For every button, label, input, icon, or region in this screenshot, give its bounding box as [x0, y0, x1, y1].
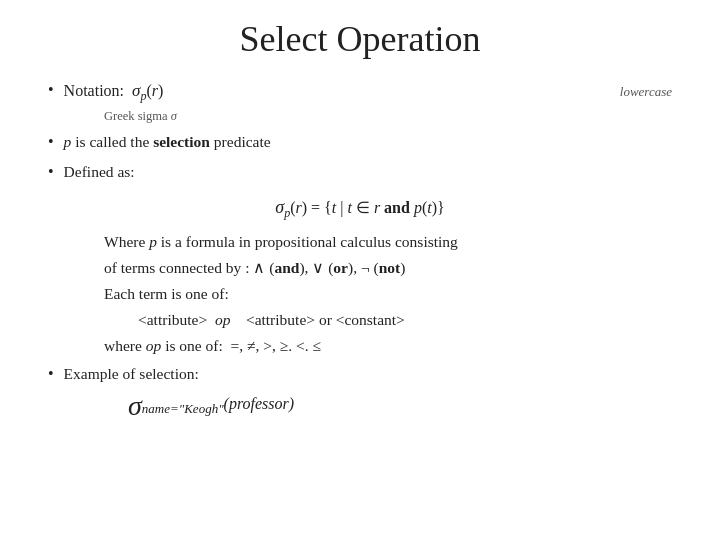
example-formula-row: σname="Keogh"(professor) [128, 392, 672, 420]
defined-as-text: Defined as: [64, 160, 135, 184]
formula-arg: (r) [290, 199, 307, 216]
where-op-line: where op is one of: =, ≠, >, ≥. <. ≤ [104, 334, 672, 358]
formula-line: σp(r) = {t | t ∈ r and p(t)} [48, 193, 672, 223]
p-italic: p [64, 133, 72, 150]
notation-arg: (r) [146, 82, 163, 99]
bullet-1: • [48, 78, 54, 102]
slide-title: Select Operation [48, 18, 672, 60]
example-sigma-arg: (professor) [224, 395, 295, 412]
notation-content: Notation: σp(r) [64, 78, 672, 105]
notation-row: • Notation: σp(r) [48, 78, 672, 105]
where-line-2: of terms connected by : ∧ (and), ∨ (or),… [104, 256, 672, 280]
bullet-3: • [48, 160, 54, 184]
selection-predicate-row: • p is called the selection predicate [48, 130, 672, 156]
attribute-op-line: <attribute> op <attribute> or <constant> [138, 308, 672, 332]
greek-sigma-label: Greek sigma σ [104, 109, 672, 124]
defined-as-row: • Defined as: [48, 160, 672, 186]
notation-label: Notation: σp(r) [64, 78, 164, 105]
example-sigma-symbol: σ [128, 392, 142, 420]
example-sigma-sub: name="Keogh" [142, 401, 224, 416]
formula-equals: = {t | t ∈ r and p(t)} [307, 199, 445, 216]
each-term-line: Each term is one of: [104, 282, 672, 306]
example-row: • Example of selection: [48, 362, 672, 388]
formula-sigma: σ [275, 197, 284, 217]
bullet-4: • [48, 362, 54, 386]
lowercase-label: lowercase [620, 84, 672, 100]
example-text: Example of selection: [64, 362, 199, 386]
selection-predicate-text: p is called the selection predicate [64, 130, 271, 154]
selection-bold: selection [153, 133, 210, 150]
bullet-2: • [48, 130, 54, 154]
where-line-1: Where p is a formula in propositional ca… [104, 230, 672, 254]
slide: Select Operation lowercase • Notation: σ… [0, 0, 720, 540]
